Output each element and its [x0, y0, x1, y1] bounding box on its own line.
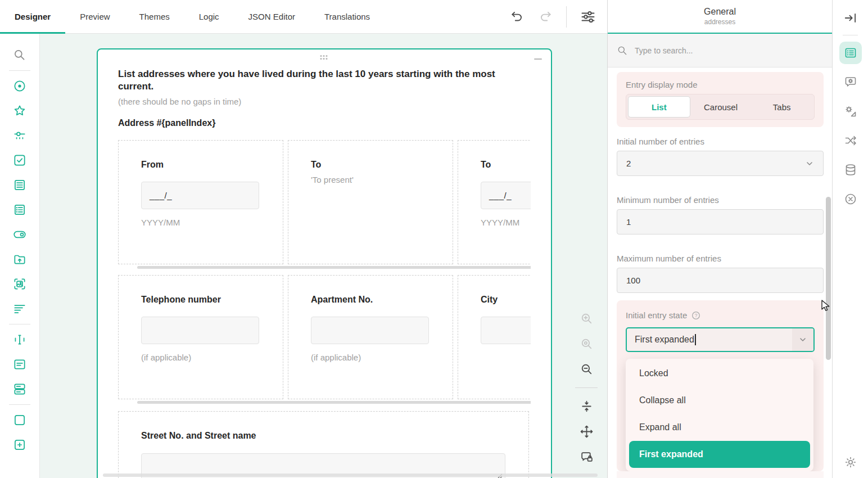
property-panel-title: General	[704, 7, 736, 17]
collapse-right-icon[interactable]	[843, 11, 858, 25]
field-description: YYYY/MM	[141, 218, 283, 227]
property-search-bar	[608, 34, 832, 67]
data-tab-icon[interactable]	[839, 159, 862, 181]
comment-icon[interactable]	[7, 352, 32, 377]
tab-designer[interactable]: Designer	[0, 0, 65, 33]
field-street[interactable]: Street No. and Street name	[118, 411, 529, 478]
undo-icon[interactable]	[510, 10, 525, 24]
initial-entry-state-combobox[interactable]: First expanded	[626, 327, 815, 352]
tagbox-icon[interactable]	[7, 197, 32, 222]
field-label: Telephone number	[141, 295, 283, 305]
field-to-present[interactable]: To 'To present'	[288, 140, 453, 264]
expand-all-icon[interactable]	[580, 425, 594, 439]
toolbox-divider	[9, 324, 30, 324]
layout-tab-icon[interactable]	[839, 100, 862, 123]
general-tab-icon[interactable]	[839, 42, 862, 64]
min-entries-input[interactable]: 1	[617, 209, 824, 235]
collapse-all-icon[interactable]	[580, 399, 594, 413]
field-label: From	[141, 160, 283, 170]
template-row-2: Telephone number (if applicable) Apartme…	[118, 275, 531, 399]
adjust-settings-icon[interactable]	[580, 9, 596, 25]
radiogroup-icon[interactable]	[7, 74, 32, 98]
ranking-icon[interactable]	[7, 296, 32, 321]
checkbox-icon[interactable]	[7, 148, 32, 173]
validation-tab-icon[interactable]	[839, 188, 862, 210]
option-carousel[interactable]: Carousel	[690, 96, 752, 118]
field-city[interactable]: City	[458, 275, 531, 399]
template-rows: From ___/_ YYYY/MM To 'To present' To __…	[118, 128, 531, 478]
boolean-toggle-icon[interactable]	[7, 222, 32, 247]
text-input[interactable]	[311, 317, 429, 344]
svg-text:?: ?	[695, 313, 698, 318]
dropdown-icon[interactable]	[7, 173, 32, 197]
option-locked[interactable]: Locked	[626, 360, 813, 387]
masked-date-input[interactable]: ___/_	[481, 182, 531, 209]
question-description[interactable]: (there should be no gaps in time)	[118, 97, 531, 106]
panel-scrollbar-thumb[interactable]	[826, 197, 831, 360]
field-description: 'To present'	[311, 175, 453, 184]
settings-gear-icon[interactable]	[844, 456, 857, 469]
file-upload-icon[interactable]	[7, 247, 32, 272]
text-input[interactable]	[481, 317, 531, 344]
panel-icon[interactable]	[7, 408, 32, 432]
horizontal-scrollbar[interactable]	[103, 474, 598, 477]
field-from[interactable]: From ___/_ YYYY/MM	[118, 140, 283, 264]
logic-tab-icon[interactable]	[839, 129, 862, 152]
field-label: City	[481, 295, 531, 305]
property-panel-header: General addresses	[608, 0, 832, 34]
search-icon	[617, 45, 628, 56]
field-apartment[interactable]: Apartment No. (if applicable)	[288, 275, 453, 399]
question-title[interactable]: List addresses where you have lived duri…	[118, 68, 531, 93]
search-input[interactable]	[634, 46, 823, 56]
help-icon[interactable]: ?	[691, 311, 700, 320]
property-category-tabs	[833, 42, 868, 210]
top-toolbar: Designer Preview Themes Logic JSON Edito…	[0, 0, 607, 34]
combobox-value: First expanded	[635, 335, 694, 345]
tab-themes[interactable]: Themes	[125, 0, 184, 33]
panel-template-title[interactable]: Address #{panelIndex}	[118, 118, 531, 128]
tab-translations[interactable]: Translations	[310, 0, 385, 33]
slider-icon[interactable]	[7, 123, 32, 148]
option-list[interactable]: List	[628, 96, 690, 118]
option-tabs[interactable]: Tabs	[751, 96, 812, 118]
selected-question-panel[interactable]: List addresses where you have lived duri…	[97, 48, 552, 478]
initial-entries-dropdown[interactable]: 2	[617, 151, 824, 176]
search-icon[interactable]	[7, 43, 32, 67]
multiple-textboxes-icon[interactable]	[7, 377, 32, 402]
image-picker-icon[interactable]	[7, 272, 32, 296]
rating-star-icon[interactable]	[7, 98, 32, 123]
zoom-in-icon[interactable]	[580, 312, 594, 326]
behavior-tab-icon[interactable]	[839, 71, 862, 93]
text-input[interactable]	[141, 317, 259, 344]
redo-icon[interactable]	[538, 10, 553, 24]
dynamic-panel-icon[interactable]	[7, 432, 32, 457]
toolbox-divider	[9, 404, 30, 405]
zoom-out-icon[interactable]	[580, 362, 594, 376]
field-to[interactable]: To ___/_ YYYY/MM	[458, 140, 531, 264]
initial-entries-group: Initial number of entries 2	[617, 137, 824, 176]
text-input-icon[interactable]	[7, 327, 32, 352]
option-collapse-all[interactable]: Collapse all	[626, 387, 813, 414]
selected-element-name: addresses	[704, 18, 735, 26]
chevron-down-icon[interactable]	[792, 328, 813, 351]
tab-json-editor[interactable]: JSON Editor	[234, 0, 310, 33]
field-telephone[interactable]: Telephone number (if applicable)	[118, 275, 283, 399]
zoombar-divider	[575, 387, 598, 388]
initial-entries-label: Initial number of entries	[617, 137, 824, 146]
design-surface: List addresses where you have lived duri…	[40, 34, 607, 478]
option-first-expanded[interactable]: First expanded	[629, 441, 810, 468]
entry-display-mode-segmented: List Carousel Tabs	[626, 94, 815, 120]
masked-date-input[interactable]: ___/_	[141, 182, 259, 209]
tab-preview[interactable]: Preview	[65, 0, 124, 33]
toolbar-divider	[566, 6, 567, 28]
max-entries-input[interactable]: 100	[617, 268, 824, 293]
min-entries-label: Minimum number of entries	[617, 195, 824, 205]
tab-logic[interactable]: Logic	[184, 0, 234, 33]
option-expand-all[interactable]: Expand all	[626, 414, 813, 441]
strip-divider	[843, 35, 858, 35]
collapse-question-icon[interactable]	[534, 58, 542, 60]
zoom-reset-icon[interactable]	[580, 337, 594, 351]
max-entries-group: Maximum number of entries 100	[617, 254, 824, 293]
lock-state-icon[interactable]	[580, 450, 594, 464]
drag-handle-icon[interactable]	[320, 55, 329, 61]
